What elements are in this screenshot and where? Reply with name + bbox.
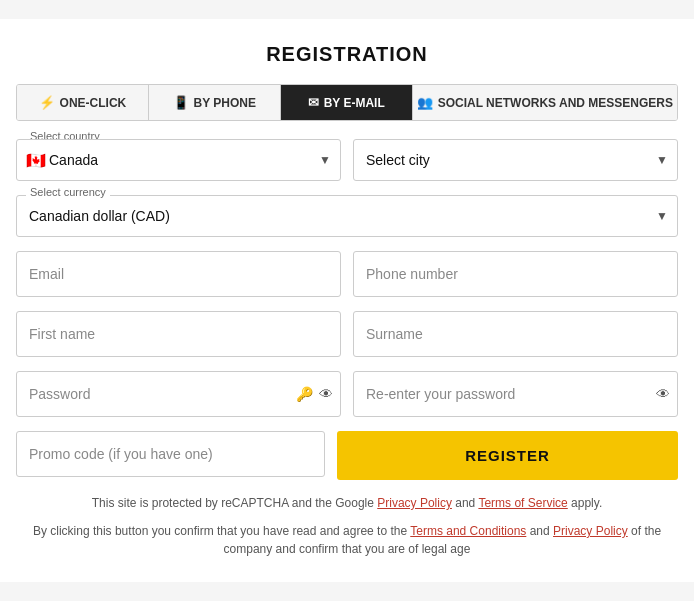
- repassword-wrapper: 👁: [353, 371, 678, 417]
- repassword-field: 👁: [353, 371, 678, 417]
- email-field: [16, 251, 341, 297]
- surname-input[interactable]: [353, 311, 678, 357]
- tab-by-phone[interactable]: 📱 BY PHONE: [149, 85, 281, 120]
- captcha-notice: This site is protected by reCAPTCHA and …: [16, 494, 678, 512]
- country-field: Select country 🇨🇦 Canada ▼: [16, 139, 341, 181]
- tab-by-email-label: BY E-MAIL: [324, 96, 385, 110]
- phone-icon: 📱: [173, 95, 189, 110]
- country-city-row: Select country 🇨🇦 Canada ▼ Select city ▼: [16, 139, 678, 181]
- country-select[interactable]: Canada: [16, 139, 341, 181]
- phone-input[interactable]: [353, 251, 678, 297]
- privacy-policy-link[interactable]: Privacy Policy: [377, 496, 452, 510]
- page-title: REGISTRATION: [16, 43, 678, 66]
- password-row: 🔑 👁 👁: [16, 371, 678, 417]
- privacy-policy2-link[interactable]: Privacy Policy: [553, 524, 628, 538]
- password-icons: 🔑 👁: [296, 386, 333, 402]
- firstname-input[interactable]: [16, 311, 341, 357]
- email-icon: ✉: [308, 95, 319, 110]
- country-select-wrapper: 🇨🇦 Canada ▼: [16, 139, 341, 181]
- currency-row: Select currency Canadian dollar (CAD) ▼: [16, 195, 678, 237]
- city-select-wrapper: Select city ▼: [353, 139, 678, 181]
- name-row: [16, 311, 678, 357]
- promo-field: [16, 431, 325, 480]
- tab-one-click-label: ONE-CLICK: [60, 96, 127, 110]
- password-field: 🔑 👁: [16, 371, 341, 417]
- city-field: Select city ▼: [353, 139, 678, 181]
- terms-of-service-link[interactable]: Terms of Service: [478, 496, 567, 510]
- tab-bar: ⚡ ONE-CLICK 📱 BY PHONE ✉ BY E-MAIL 👥 SOC…: [16, 84, 678, 121]
- firstname-field: [16, 311, 341, 357]
- city-select[interactable]: Select city: [353, 139, 678, 181]
- tab-one-click[interactable]: ⚡ ONE-CLICK: [17, 85, 149, 120]
- eye-icon[interactable]: 👁: [319, 386, 333, 402]
- terms-conditions-link[interactable]: Terms and Conditions: [410, 524, 526, 538]
- repassword-input[interactable]: [353, 371, 678, 417]
- email-input[interactable]: [16, 251, 341, 297]
- agree-notice: By clicking this button you confirm that…: [16, 522, 678, 558]
- repassword-icons: 👁: [656, 386, 670, 402]
- tab-by-phone-label: BY PHONE: [194, 96, 256, 110]
- password-wrapper: 🔑 👁: [16, 371, 341, 417]
- lightning-icon: ⚡: [39, 95, 55, 110]
- key-icon: 🔑: [296, 386, 313, 402]
- promo-input[interactable]: [16, 431, 325, 477]
- promo-register-row: REGISTER: [16, 431, 678, 480]
- social-icon: 👥: [417, 95, 433, 110]
- phone-field: [353, 251, 678, 297]
- currency-select[interactable]: Canadian dollar (CAD): [16, 195, 678, 237]
- currency-label: Select currency: [26, 186, 110, 198]
- password-input[interactable]: [16, 371, 341, 417]
- tab-social[interactable]: 👥 SOCIAL NETWORKS AND MESSENGERS: [413, 85, 677, 120]
- register-button[interactable]: REGISTER: [337, 431, 678, 480]
- tab-by-email[interactable]: ✉ BY E-MAIL: [281, 85, 413, 120]
- email-phone-row: [16, 251, 678, 297]
- tab-social-label: SOCIAL NETWORKS AND MESSENGERS: [438, 96, 673, 110]
- surname-field: [353, 311, 678, 357]
- re-eye-icon[interactable]: 👁: [656, 386, 670, 402]
